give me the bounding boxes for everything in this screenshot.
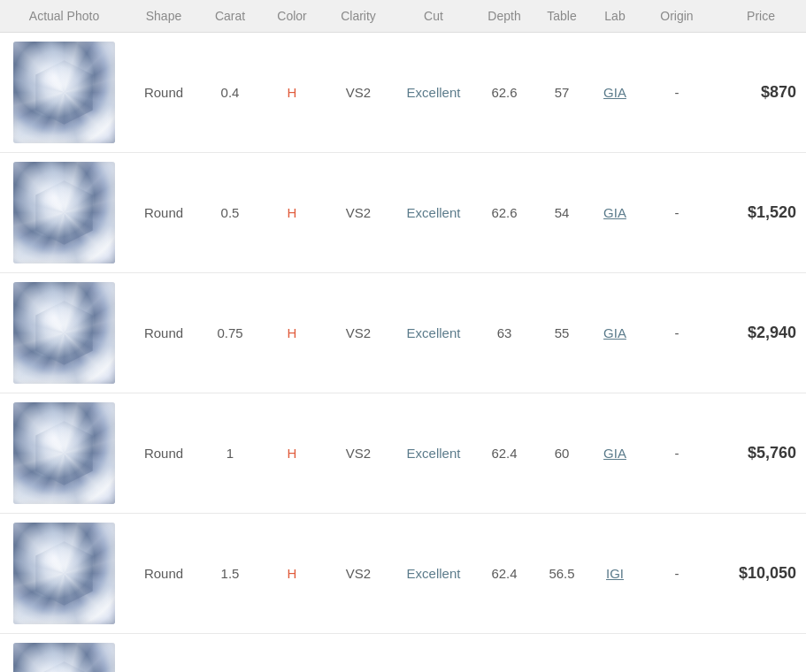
cell-cut-4: Excellent: [394, 566, 473, 581]
table-header: Actual Photo Shape Carat Color Clarity C…: [0, 0, 806, 33]
header-photo: Actual Photo: [0, 9, 128, 23]
diamond-image-0[interactable]: [13, 42, 115, 143]
diamond-image-5[interactable]: [13, 643, 115, 672]
cell-lab-2[interactable]: GIA: [588, 325, 641, 340]
diamond-photo-4[interactable]: [0, 523, 128, 624]
header-color: Color: [261, 9, 323, 23]
diamond-photo-5[interactable]: [0, 643, 128, 672]
cell-depth-0: 62.6: [473, 85, 535, 100]
cell-shape-0: Round: [128, 85, 199, 100]
cell-color-3: H: [261, 446, 323, 461]
cell-clarity-4: VS2: [323, 566, 394, 581]
header-depth: Depth: [473, 9, 535, 23]
cell-origin-3: -: [641, 446, 712, 461]
cell-carat-3: 1: [199, 446, 261, 461]
cell-depth-4: 62.4: [473, 566, 535, 581]
cell-cut-3: Excellent: [394, 446, 473, 461]
cell-table-3: 60: [535, 446, 588, 461]
diamond-photo-3[interactable]: [0, 402, 128, 504]
cell-table-2: 55: [535, 325, 588, 340]
cell-clarity-0: VS2: [323, 85, 394, 100]
cell-price-1: $1,520: [712, 203, 806, 222]
diamond-image-1[interactable]: [13, 162, 115, 263]
cell-color-0: H: [261, 85, 323, 100]
header-origin: Origin: [641, 9, 712, 23]
header-price: Price: [712, 9, 806, 23]
cell-shape-3: Round: [128, 446, 199, 461]
cell-lab-3[interactable]: GIA: [588, 446, 641, 461]
cell-carat-0: 0.4: [199, 85, 261, 100]
header-cut: Cut: [394, 9, 473, 23]
diamond-image-2[interactable]: [13, 282, 115, 384]
cell-color-2: H: [261, 325, 323, 340]
diamond-photo-2[interactable]: [0, 282, 128, 384]
header-carat: Carat: [199, 9, 261, 23]
cell-shape-1: Round: [128, 205, 199, 220]
cell-depth-2: 63: [473, 325, 535, 340]
cell-depth-3: 62.4: [473, 446, 535, 461]
cell-lab-0[interactable]: GIA: [588, 85, 641, 100]
cell-color-4: H: [261, 566, 323, 581]
diamond-image-4[interactable]: [13, 523, 115, 624]
table-row: Round 0.4 H VS2 Excellent 62.6 57 GIA - …: [0, 33, 806, 153]
cell-depth-1: 62.6: [473, 205, 535, 220]
cell-origin-2: -: [641, 325, 712, 340]
diamond-table: Actual Photo Shape Carat Color Clarity C…: [0, 0, 806, 672]
diamond-image-3[interactable]: [13, 402, 115, 504]
cell-origin-0: -: [641, 85, 712, 100]
cell-clarity-2: VS2: [323, 325, 394, 340]
header-shape: Shape: [128, 9, 199, 23]
cell-carat-1: 0.5: [199, 205, 261, 220]
diamond-photo-0[interactable]: [0, 42, 128, 143]
cell-shape-2: Round: [128, 325, 199, 340]
cell-origin-4: -: [641, 566, 712, 581]
table-row: Round 1.5 H VS2 Excellent 62.4 56.5 IGI …: [0, 514, 806, 634]
cell-clarity-3: VS2: [323, 446, 394, 461]
header-lab: Lab: [588, 9, 641, 23]
table-row: Round 1 H VS2 Excellent 62.4 60 GIA - $5…: [0, 393, 806, 514]
cell-price-2: $2,940: [712, 324, 806, 342]
cell-shape-4: Round: [128, 566, 199, 581]
diamond-photo-1[interactable]: [0, 162, 128, 263]
cell-lab-1[interactable]: GIA: [588, 205, 641, 220]
cell-table-0: 57: [535, 85, 588, 100]
cell-origin-1: -: [641, 205, 712, 220]
cell-color-1: H: [261, 205, 323, 220]
cell-carat-2: 0.75: [199, 325, 261, 340]
cell-table-1: 54: [535, 205, 588, 220]
cell-price-4: $10,050: [712, 564, 806, 583]
table-row: Round 2 H VS2 Excellent 61.2 58 GIA - $1…: [0, 634, 806, 672]
cell-carat-4: 1.5: [199, 566, 261, 581]
cell-table-4: 56.5: [535, 566, 588, 581]
cell-cut-2: Excellent: [394, 325, 473, 340]
cell-lab-4[interactable]: IGI: [588, 566, 641, 581]
cell-cut-0: Excellent: [394, 85, 473, 100]
table-row: Round 0.75 H VS2 Excellent 63 55 GIA - $…: [0, 273, 806, 393]
cell-price-3: $5,760: [712, 444, 806, 462]
cell-price-0: $870: [712, 83, 806, 102]
cell-clarity-1: VS2: [323, 205, 394, 220]
header-clarity: Clarity: [323, 9, 394, 23]
cell-cut-1: Excellent: [394, 205, 473, 220]
header-table: Table: [535, 9, 588, 23]
table-row: Round 0.5 H VS2 Excellent 62.6 54 GIA - …: [0, 153, 806, 273]
